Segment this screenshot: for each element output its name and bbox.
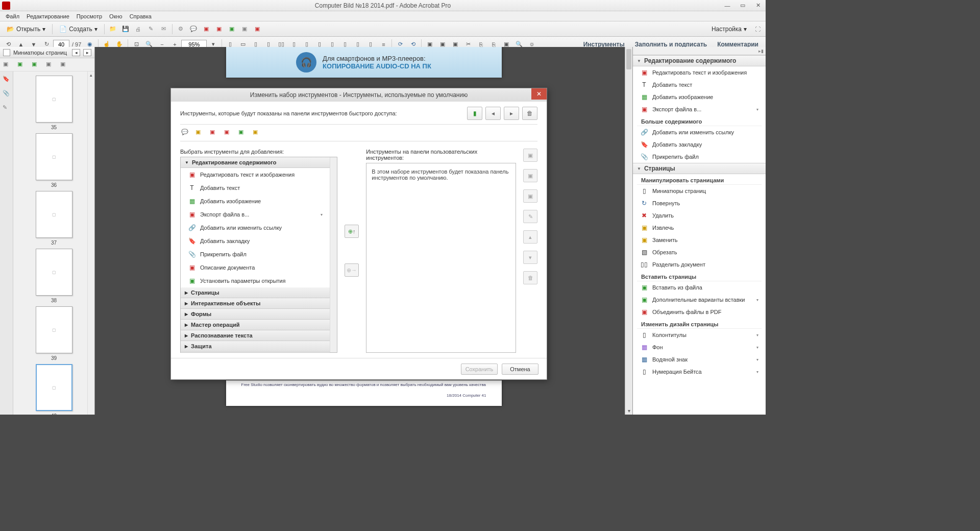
save-icon[interactable]: 📁 <box>107 23 119 35</box>
tool-edit-text-images[interactable]: ▣Редактировать текст и изображения <box>633 66 766 79</box>
move-down-button[interactable]: ▾ <box>523 251 537 264</box>
tool-watermark[interactable]: ▦Водяной знак▾ <box>633 353 766 366</box>
minimize-button[interactable]: — <box>720 1 735 11</box>
qt-b-icon[interactable]: ▣ <box>224 129 233 138</box>
tool-background[interactable]: ▦Фон▾ <box>633 341 766 353</box>
menu-help[interactable]: Справка <box>126 12 155 20</box>
menu-edit[interactable]: Редактирование <box>23 12 73 20</box>
tool-add-image[interactable]: ▦Добавить изображение <box>633 91 766 103</box>
menu-window[interactable]: Окно <box>106 12 126 20</box>
edit-icon[interactable]: ✎ <box>145 23 157 35</box>
move-up-button[interactable]: ▴ <box>523 230 537 244</box>
toolset-save-icon[interactable]: ▮ <box>467 107 482 120</box>
cat-content-editing[interactable]: ▼Редактирование содержимого <box>181 157 330 168</box>
tool-more-insert[interactable]: ▣Дополнительные варианты вставки▾ <box>633 294 766 306</box>
thumbnail-40[interactable]: ▢ <box>36 364 72 411</box>
toolset-delete-icon[interactable]: 🗑 <box>522 107 537 120</box>
tool-a-icon[interactable]: ▣ <box>238 23 251 35</box>
open-button[interactable]: 📂Открыть ▾ <box>2 23 50 35</box>
scroll-down-icon[interactable]: ▾ <box>625 407 632 415</box>
avail-doc-desc[interactable]: ▣Описание документа <box>181 261 330 274</box>
nav-bookmarks-icon[interactable]: 🔖 <box>3 76 11 84</box>
attach-icon[interactable]: ▣ <box>213 23 225 35</box>
qt-c-icon[interactable]: ▣ <box>238 129 248 138</box>
accordion-pages[interactable]: ▼Страницы <box>633 163 766 174</box>
menu-view[interactable]: Просмотр <box>73 12 106 20</box>
avail-bookmark[interactable]: 🔖Добавить закладку <box>181 234 330 248</box>
tool-b-icon[interactable]: ▣ <box>251 23 263 35</box>
tools-panel-tab-icon[interactable]: ▸▮ <box>633 47 766 55</box>
cat-ocr[interactable]: ▶Распознавание текста <box>181 330 330 341</box>
tool-add-text[interactable]: TДобавить текст <box>633 79 766 91</box>
qt-a-icon[interactable]: ▣ <box>210 129 219 138</box>
thumb-tool-a-icon[interactable]: ▣ <box>3 61 11 69</box>
thumbs-prev-icon[interactable]: ◂ <box>72 49 80 56</box>
tool-header-footer[interactable]: ▯Колонтитулы▾ <box>633 329 766 341</box>
side-btn-a[interactable]: ▣ <box>523 149 537 162</box>
cat-actions[interactable]: ▶Мастер операций <box>181 320 330 330</box>
cat-protect[interactable]: ▶Защита <box>181 341 330 352</box>
close-window-button[interactable]: ✕ <box>750 1 766 11</box>
thumbs-next-icon[interactable]: ▸ <box>83 49 91 56</box>
thumbnail-37[interactable]: ▢ <box>36 191 72 238</box>
tool-bates[interactable]: ▯Нумерация Бейтса▾ <box>633 366 766 378</box>
save-disk-icon[interactable]: 💾 <box>119 23 132 35</box>
maximize-button[interactable]: ▭ <box>735 1 750 11</box>
scrollbar-thumb[interactable] <box>626 49 631 69</box>
avail-open-params[interactable]: ▣Установить параметры открытия <box>181 274 330 287</box>
avail-link[interactable]: 🔗Добавить или изменить ссылку <box>181 221 330 234</box>
side-btn-edit[interactable]: ✎ <box>523 210 537 223</box>
toolset-prev-icon[interactable]: ◂ <box>485 107 501 120</box>
tool-export-file[interactable]: ▣Экспорт файла в...▾ <box>633 103 766 115</box>
nav-sign-icon[interactable]: ✎ <box>3 104 11 112</box>
print-icon[interactable]: 🖨 <box>132 23 144 35</box>
thumb-tool-c-icon[interactable]: ▣ <box>32 61 40 69</box>
gear-icon[interactable]: ⚙ <box>175 23 187 35</box>
dialog-close-button[interactable]: ✕ <box>531 88 547 100</box>
add-to-panel-button[interactable]: ⊕→ <box>345 263 359 277</box>
tool-extract[interactable]: ▣Извлечь <box>633 222 766 234</box>
tool-split[interactable]: ▯▯Разделить документ <box>633 258 766 271</box>
remove-button[interactable]: 🗑 <box>523 271 537 284</box>
tool-replace[interactable]: ▣Заменить <box>633 234 766 246</box>
avail-scrollbar[interactable] <box>330 157 337 352</box>
qt-comment-icon[interactable]: 💬 <box>181 129 190 138</box>
thumbnail-38[interactable]: ▢ <box>36 249 72 296</box>
tool-rotate[interactable]: ↻Повернуть <box>633 197 766 209</box>
side-btn-c[interactable]: ▣ <box>523 189 537 203</box>
toolset-next-icon[interactable]: ▸ <box>504 107 519 120</box>
create-button[interactable]: 📄Создать ▾ <box>55 23 102 35</box>
expand-icon[interactable]: ⛶ <box>751 23 764 35</box>
avail-export[interactable]: ▣Экспорт файла в...▾ <box>181 208 330 221</box>
thumbnails-list[interactable]: ▢35 ▢36 ▢37 ▢38 ▢39 ▢40 ▴ <box>13 71 94 415</box>
dialog-cancel-button[interactable]: Отмена <box>502 364 538 375</box>
tool-page-thumbs[interactable]: ▯Миниатюры страниц <box>633 185 766 197</box>
avail-add-text[interactable]: TДобавить текст <box>181 181 330 195</box>
cat-forms[interactable]: ▶Формы <box>181 309 330 320</box>
scroll-up-icon[interactable]: ▴ <box>88 71 94 79</box>
available-tools-list[interactable]: ▼Редактирование содержимого ▣Редактирова… <box>180 157 337 353</box>
cat-interactive[interactable]: ▶Интерактивные объекты <box>181 298 330 309</box>
tool-add-link[interactable]: 🔗Добавить или изменить ссылку <box>633 126 766 138</box>
thumbs-scrollbar[interactable]: ▴ <box>87 71 94 415</box>
tool-attach-file[interactable]: 📎Прикрепить файл <box>633 151 766 163</box>
thumb-tool-e-icon[interactable]: ▣ <box>60 61 68 69</box>
accordion-content-editing[interactable]: ▼Редактирование содержимого <box>633 55 766 66</box>
thumbnail-36[interactable]: ▢ <box>36 133 72 180</box>
add-to-quick-button[interactable]: ⊕↑ <box>345 225 359 238</box>
sign-icon[interactable]: ▣ <box>226 23 238 35</box>
mail-icon[interactable]: ✉ <box>158 23 170 35</box>
tool-insert-from-file[interactable]: ▣Вставить из файла <box>633 281 766 294</box>
thumbnail-35[interactable]: ▢ <box>36 76 72 123</box>
avail-edit-text[interactable]: ▣Редактировать текст и изображения <box>181 168 330 181</box>
cat-pages[interactable]: ▶Страницы <box>181 287 330 298</box>
thumbnail-39[interactable]: ▢ <box>36 306 72 353</box>
qt-d-icon[interactable]: ▣ <box>253 129 262 138</box>
tool-delete[interactable]: ✖Удалить <box>633 209 766 222</box>
qt-note-icon[interactable]: ▣ <box>195 129 205 138</box>
thumb-tool-b-icon[interactable]: ▣ <box>17 61 26 69</box>
stamp-icon[interactable]: ▣ <box>200 23 212 35</box>
tool-add-bookmark[interactable]: 🔖Добавить закладку <box>633 138 766 151</box>
tool-combine[interactable]: ▣Объединить файлы в PDF <box>633 306 766 318</box>
menu-file[interactable]: Файл <box>2 12 23 20</box>
